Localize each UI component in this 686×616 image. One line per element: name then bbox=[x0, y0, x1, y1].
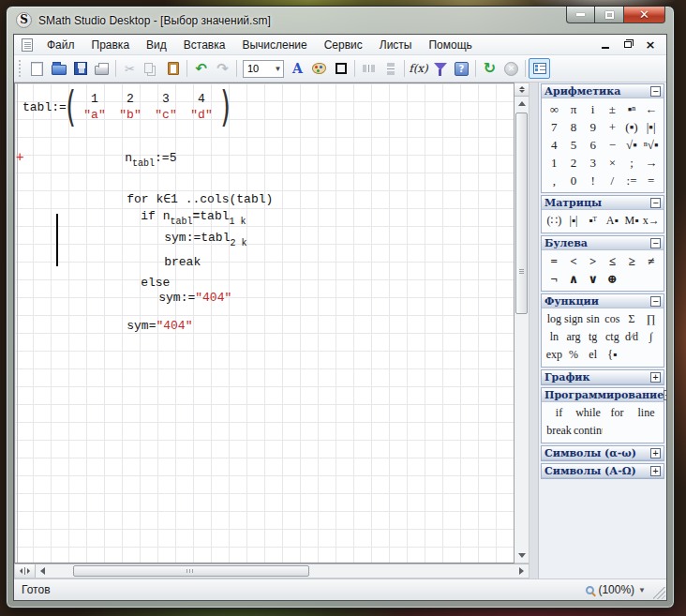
palette-button[interactable]: × bbox=[603, 154, 622, 172]
filter-button[interactable] bbox=[429, 58, 451, 79]
palette-button[interactable]: log bbox=[544, 310, 564, 328]
menu-item[interactable]: Сервис bbox=[316, 36, 371, 54]
page-nav-buttons[interactable] bbox=[15, 564, 36, 578]
matrix-cell[interactable]: 1 bbox=[77, 92, 112, 106]
palette-button[interactable]: while bbox=[574, 404, 603, 422]
palette-button[interactable]: ∨ bbox=[583, 270, 603, 288]
palette-button[interactable]: ∞ bbox=[544, 100, 564, 118]
mdi-restore-button[interactable] bbox=[621, 39, 634, 51]
palette-button[interactable]: − bbox=[603, 136, 622, 154]
palette-button[interactable]: 8 bbox=[564, 118, 584, 136]
color-palette-button[interactable] bbox=[308, 58, 330, 79]
reference-button[interactable]: ? bbox=[451, 58, 472, 79]
palette-header[interactable]: Программирование − bbox=[542, 388, 664, 402]
matrix-cell[interactable]: 2 bbox=[112, 92, 148, 106]
save-button[interactable] bbox=[69, 58, 91, 79]
panel-splitter[interactable] bbox=[529, 83, 538, 578]
insert-cursor-crosshair[interactable]: + bbox=[16, 150, 23, 163]
function-insert-button[interactable]: f(x) bbox=[408, 58, 429, 79]
palette-button[interactable]: ± bbox=[603, 100, 622, 118]
palette-button[interactable]: 7 bbox=[544, 118, 564, 136]
palette-button[interactable]: for bbox=[603, 404, 632, 422]
matrix-cell[interactable]: 4 bbox=[184, 92, 219, 106]
palette-button[interactable]: ! bbox=[583, 172, 603, 189]
palette-button[interactable]: el bbox=[583, 346, 603, 364]
matrix-cell[interactable]: "c" bbox=[148, 108, 184, 122]
palette-button[interactable]: 3 bbox=[583, 154, 603, 172]
palette-button[interactable]: break bbox=[544, 422, 574, 440]
scroll-up-button[interactable] bbox=[514, 97, 529, 111]
menu-item[interactable]: Вычисление bbox=[233, 36, 315, 54]
palette-button[interactable]: ; bbox=[622, 154, 642, 172]
palette-button[interactable]: ⁿ√▪ bbox=[641, 136, 661, 154]
palette-toggle-icon[interactable]: − bbox=[650, 238, 661, 248]
copy-button[interactable] bbox=[141, 58, 162, 79]
palette-button[interactable]: x→ bbox=[641, 212, 661, 230]
palette-toggle-icon[interactable]: − bbox=[650, 86, 661, 97]
worksheet-canvas[interactable]: tabl:=(1234"a""b""c""d") ntabl:=5 + for … bbox=[14, 83, 514, 563]
palette-button[interactable]: ⊕ bbox=[603, 270, 622, 288]
palette-button[interactable]: > bbox=[583, 252, 603, 270]
palette-button[interactable]: sin bbox=[583, 310, 603, 328]
palette-button[interactable]: Σ bbox=[622, 310, 642, 328]
menu-item[interactable]: Листы bbox=[371, 36, 421, 54]
palette-toggle-icon[interactable]: + bbox=[650, 372, 661, 383]
zoom-control[interactable]: (100%) ▼ bbox=[586, 583, 659, 596]
menu-item[interactable]: Вид bbox=[138, 36, 175, 54]
horizontal-scrollbar-thumb[interactable] bbox=[73, 565, 309, 577]
align-vertical-button[interactable] bbox=[380, 58, 401, 79]
mdi-minimize-button[interactable] bbox=[599, 39, 612, 51]
open-button[interactable] bbox=[48, 58, 69, 79]
scroll-right-button[interactable] bbox=[514, 564, 529, 578]
matrix-cell[interactable]: "b" bbox=[112, 108, 148, 122]
scroll-left-button[interactable] bbox=[36, 564, 50, 578]
palette-button[interactable]: 9 bbox=[583, 118, 603, 136]
palette-toggle-icon[interactable]: − bbox=[650, 296, 661, 307]
palette-button[interactable]: (∷) bbox=[544, 212, 564, 230]
palette-button[interactable]: 5 bbox=[564, 136, 584, 154]
palette-button[interactable]: 6 bbox=[583, 136, 603, 154]
minimize-button[interactable] bbox=[566, 7, 594, 23]
palette-button[interactable]: (▪) bbox=[622, 118, 642, 136]
palette-button[interactable]: = bbox=[544, 252, 564, 270]
undo-button[interactable]: ↶ bbox=[190, 58, 212, 79]
palette-button[interactable]: sign bbox=[564, 310, 584, 328]
palette-button[interactable]: ≤ bbox=[603, 252, 622, 270]
palette-button[interactable]: |▪| bbox=[564, 212, 584, 230]
document-icon[interactable] bbox=[22, 38, 33, 52]
vertical-scrollbar[interactable] bbox=[514, 83, 529, 563]
palette-toggle-icon[interactable]: − bbox=[664, 390, 666, 400]
palette-button[interactable]: arg bbox=[564, 328, 584, 346]
palette-button[interactable]: % bbox=[564, 346, 584, 364]
palette-button[interactable]: / bbox=[603, 172, 622, 189]
palette-button[interactable]: 2 bbox=[564, 154, 584, 172]
stop-button[interactable]: ✕ bbox=[500, 58, 522, 79]
palette-button[interactable]: ≥ bbox=[622, 252, 642, 270]
side-panel-toggle-button[interactable] bbox=[529, 58, 550, 79]
palette-button[interactable]: tg bbox=[583, 328, 603, 346]
palette-button[interactable]: {▪ bbox=[603, 346, 622, 364]
paste-button[interactable] bbox=[162, 58, 184, 79]
palette-button[interactable]: 0 bbox=[564, 172, 584, 189]
palette-button[interactable]: √▪ bbox=[622, 136, 642, 154]
matrix-cell[interactable]: 3 bbox=[148, 92, 184, 106]
palette-button[interactable]: if bbox=[544, 404, 574, 422]
cut-button[interactable]: ✂ bbox=[119, 58, 141, 79]
menu-item[interactable]: Помощь bbox=[420, 36, 480, 54]
toolbar-grip[interactable] bbox=[19, 60, 23, 77]
palette-button[interactable]: ∫ bbox=[641, 328, 661, 346]
palette-header[interactable]: Символы (А-Ω) + bbox=[542, 464, 664, 478]
palette-header[interactable]: Функции − bbox=[542, 294, 664, 308]
menu-item[interactable]: Файл bbox=[38, 36, 83, 54]
matrix-cell[interactable]: "d" bbox=[184, 108, 219, 122]
palette-header[interactable]: Арифметика − bbox=[542, 84, 664, 98]
palette-button[interactable]: , bbox=[544, 172, 564, 189]
mdi-close-button[interactable]: × bbox=[644, 39, 657, 51]
palette-button[interactable]: |▪| bbox=[641, 118, 661, 136]
palette-button[interactable]: π bbox=[564, 100, 584, 118]
vertical-scrollbar-thumb[interactable] bbox=[515, 113, 528, 314]
palette-button[interactable]: ¬ bbox=[544, 270, 564, 288]
palette-button[interactable]: ▪ⁿ bbox=[622, 100, 642, 118]
palette-button[interactable]: ∏ bbox=[641, 310, 661, 328]
redo-button[interactable]: ↷ bbox=[212, 58, 233, 79]
